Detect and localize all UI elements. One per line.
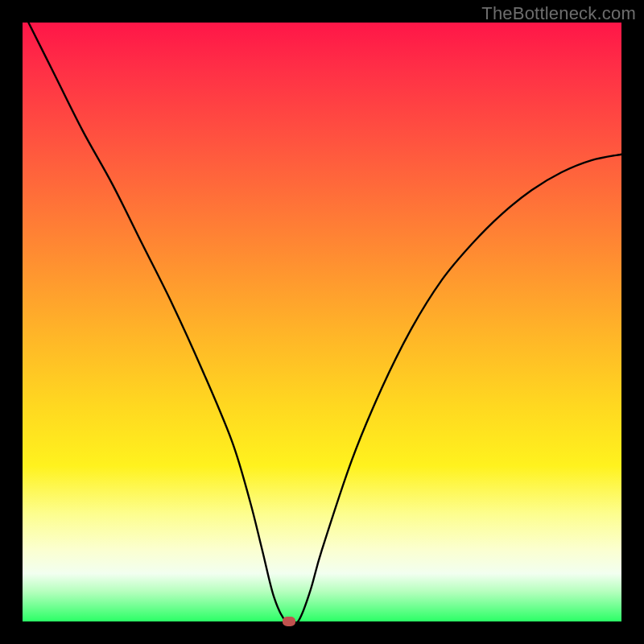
chart-frame: TheBottleneck.com bbox=[0, 0, 644, 644]
minimum-marker bbox=[283, 617, 295, 626]
watermark-text: TheBottleneck.com bbox=[481, 3, 636, 24]
bottleneck-curve bbox=[23, 23, 621, 621]
plot-area bbox=[23, 23, 621, 621]
curve-path bbox=[28, 23, 621, 625]
